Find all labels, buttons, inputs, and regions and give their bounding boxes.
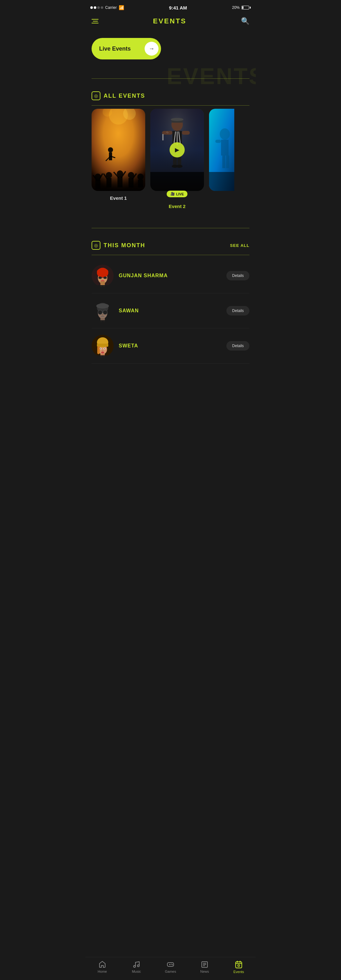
arrow-icon: → — [149, 46, 154, 52]
this-month-title-group: THIS MONTH — [92, 241, 145, 250]
status-time: 9:41 AM — [169, 5, 187, 10]
svg-rect-74 — [95, 320, 111, 322]
svg-rect-80 — [97, 346, 100, 354]
carrier-label: Carrier — [105, 5, 117, 10]
all-events-header: ALL EVENTS — [85, 91, 256, 100]
artist-list: GUNJAN SHARMA Details — [85, 255, 256, 367]
filter-button[interactable] — [92, 19, 98, 23]
this-month-header: THIS MONTH SEE ALL — [85, 241, 256, 250]
live-banner-text: Live Events — [99, 46, 131, 52]
this-month-title: THIS MONTH — [103, 242, 145, 249]
event-image-2: ▶ 🎥 LIVE — [150, 109, 204, 191]
svg-rect-49 — [222, 156, 225, 168]
svg-rect-44 — [150, 172, 204, 191]
svg-rect-24 — [138, 180, 143, 188]
play-button-event-2[interactable]: ▶ — [170, 142, 185, 158]
section-title-group: ALL EVENTS — [92, 91, 145, 100]
event-card-3[interactable] — [209, 109, 234, 209]
svg-rect-37 — [162, 134, 163, 140]
status-bar: Carrier 📶 9:41 AM 20% — [85, 0, 256, 14]
artist-item-sawan[interactable]: SAWAN Details — [92, 293, 249, 328]
sawan-name: SAWAN — [119, 308, 221, 313]
live-badge-event-2: 🎥 LIVE — [167, 191, 187, 197]
event-2-name: Event 2 — [169, 204, 186, 209]
video-camera-icon: 🎥 — [170, 192, 175, 196]
section-divider-bottom — [92, 105, 249, 106]
svg-rect-14 — [106, 178, 111, 188]
svg-point-68 — [98, 310, 102, 315]
this-month-divider-top — [92, 228, 249, 228]
svg-rect-17 — [117, 177, 122, 188]
battery-percent: 20% — [232, 5, 239, 10]
wifi-icon: 📶 — [119, 5, 124, 10]
svg-rect-35 — [182, 131, 190, 135]
app-header: EVENTS 🔍 — [85, 14, 256, 29]
this-month-section: THIS MONTH SEE ALL — [85, 228, 256, 367]
artist-item-sweta[interactable]: SWETA Details — [92, 328, 249, 364]
svg-rect-51 — [209, 172, 234, 191]
gunjan-details-button[interactable]: Details — [227, 271, 249, 280]
calendar-icon — [92, 91, 100, 100]
svg-point-29 — [171, 118, 184, 121]
svg-point-85 — [102, 350, 103, 351]
gunjan-sharma-name: GUNJAN SHARMA — [119, 273, 221, 278]
svg-point-84 — [104, 348, 105, 349]
svg-rect-63 — [95, 285, 111, 287]
events-scroll-container[interactable]: Event 1 — [85, 106, 256, 215]
page-title: EVENTS — [153, 17, 186, 25]
live-badge-text: LIVE — [176, 192, 184, 196]
all-events-title: ALL EVENTS — [103, 92, 145, 99]
svg-rect-57 — [98, 277, 102, 279]
filter-line-3 — [92, 23, 98, 23]
this-month-calendar-icon — [92, 241, 100, 250]
bottom-spacer — [85, 367, 256, 398]
signal-dots — [90, 6, 103, 9]
live-banner-arrow-button[interactable]: → — [144, 42, 159, 56]
svg-point-86 — [101, 352, 104, 353]
event-image-1 — [92, 109, 145, 191]
this-month-divider-bottom — [92, 255, 249, 255]
svg-point-56 — [102, 270, 103, 272]
all-events-section: ALL EVENTS — [85, 78, 256, 215]
avatar-sawan — [92, 300, 114, 322]
svg-point-41 — [176, 165, 182, 168]
event-card-2[interactable]: ▶ 🎥 LIVE Event 2 — [150, 109, 204, 209]
signal-dot-4 — [101, 6, 103, 9]
svg-rect-58 — [103, 277, 107, 279]
svg-point-67 — [96, 304, 109, 309]
svg-rect-47 — [221, 140, 228, 156]
svg-point-83 — [100, 348, 102, 349]
svg-rect-48 — [215, 140, 221, 143]
event-image-3 — [209, 109, 234, 191]
svg-rect-50 — [226, 156, 229, 168]
event-1-name: Event 1 — [110, 196, 127, 201]
status-right: 20% — [232, 5, 251, 10]
svg-point-71 — [102, 314, 103, 315]
sweta-name: SWETA — [119, 343, 221, 349]
avatar-gunjan — [92, 265, 114, 287]
search-icon[interactable]: 🔍 — [241, 17, 249, 25]
see-all-button[interactable]: SEE ALL — [230, 243, 249, 248]
sawan-details-button[interactable]: Details — [227, 306, 249, 315]
battery-icon — [241, 6, 251, 10]
live-events-banner[interactable]: Live Events → — [92, 38, 161, 59]
filter-line-1 — [92, 19, 98, 20]
svg-rect-88 — [95, 355, 111, 357]
artist-item-gunjan[interactable]: GUNJAN SHARMA Details — [92, 258, 249, 293]
status-left: Carrier 📶 — [90, 5, 124, 10]
signal-dot-3 — [97, 6, 100, 9]
svg-rect-10 — [95, 180, 100, 189]
avatar-sweta — [92, 335, 114, 357]
signal-dot-1 — [90, 6, 93, 9]
section-divider-top — [92, 78, 249, 79]
svg-point-23 — [137, 173, 144, 180]
svg-point-4 — [108, 147, 113, 153]
sweta-details-button[interactable]: Details — [227, 341, 249, 351]
event-card-1[interactable]: Event 1 — [92, 109, 145, 209]
signal-dot-2 — [94, 6, 96, 9]
svg-point-69 — [103, 310, 107, 315]
filter-line-2 — [93, 21, 98, 22]
svg-point-46 — [220, 128, 230, 140]
